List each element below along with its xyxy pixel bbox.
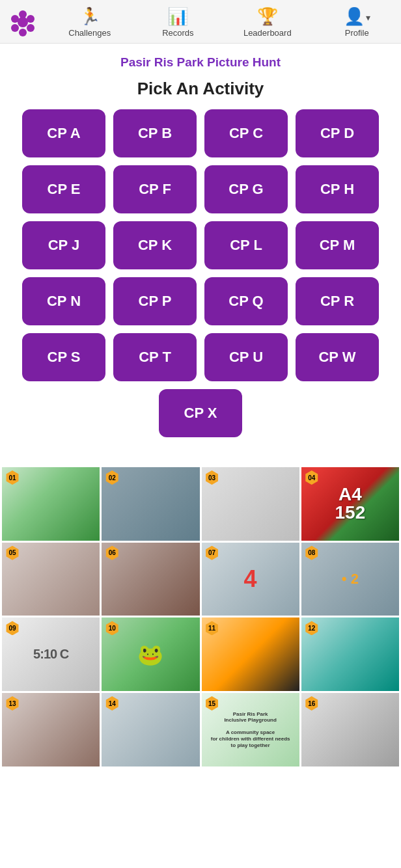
cp-button-cpe[interactable]: CP E (22, 165, 105, 213)
cp-button-cpt[interactable]: CP T (113, 333, 197, 381)
image-badge-14: 14 (105, 696, 119, 711)
image-cell-01[interactable]: 01 (2, 467, 100, 541)
image-badge-13: 13 (5, 696, 20, 711)
image-cell-05[interactable]: 05 (2, 543, 100, 616)
image-cell-12[interactable]: 12 (301, 617, 399, 691)
profile-label: Profile (345, 28, 369, 38)
image-badge-06: 06 (105, 546, 119, 560)
leaderboard-label: Leaderboard (243, 28, 292, 38)
image-cell-06[interactable]: 06 (102, 543, 199, 616)
running-icon: 🏃 (79, 7, 100, 27)
app-logo[interactable] (0, 8, 46, 36)
cp-button-cpa[interactable]: CP A (22, 109, 105, 157)
nav-items: 🏃 Challenges 📊 Records 🏆 Leaderboard 👤 ▾… (46, 7, 401, 38)
cp-button-cpq[interactable]: CP Q (204, 277, 288, 325)
nav-leaderboard[interactable]: 🏆 Leaderboard (243, 7, 292, 38)
image-badge-11: 11 (205, 621, 219, 635)
cp-button-cpd[interactable]: CP D (296, 109, 379, 157)
image-cell-03[interactable]: 03 (202, 467, 299, 541)
image-cell-09[interactable]: 095:10 C (2, 617, 100, 691)
cp-button-cpl[interactable]: CP L (204, 221, 288, 269)
svg-point-4 (11, 24, 19, 32)
image-cell-08[interactable]: 08• 2 (301, 543, 399, 616)
cp-button-cpn[interactable]: CP N (22, 277, 105, 325)
cp-button-cpm[interactable]: CP M (296, 221, 379, 269)
profile-dropdown-arrow: ▾ (366, 12, 370, 23)
image-cell-15[interactable]: 15Pasir Ris ParkInclusive PlaygroundA co… (202, 693, 299, 766)
challenges-label: Challenges (68, 28, 111, 38)
nav-records[interactable]: 📊 Records (155, 7, 200, 38)
image-badge-02: 02 (105, 470, 119, 485)
image-badge-12: 12 (305, 621, 319, 635)
cp-button-cpw[interactable]: CP W (296, 333, 379, 381)
trophy-icon: 🏆 (257, 7, 278, 27)
image-badge-01: 01 (5, 470, 20, 485)
image-cell-07[interactable]: 074 (202, 543, 299, 616)
image-cell-10[interactable]: 10🐸 (102, 617, 199, 691)
svg-point-2 (27, 24, 35, 32)
cp-button-cpr[interactable]: CP R (296, 277, 379, 325)
nav-challenges[interactable]: 🏃 Challenges (67, 7, 113, 38)
image-cell-11[interactable]: 11 (202, 617, 299, 691)
cp-button-cpb[interactable]: CP B (113, 109, 197, 157)
checkpoint-grid: CP ACP BCP CCP DCP ECP FCP GCP HCP JCP K… (0, 109, 401, 448)
image-cell-13[interactable]: 13 (2, 693, 100, 766)
image-badge-05: 05 (5, 546, 20, 560)
cp-button-cpu[interactable]: CP U (204, 333, 288, 381)
svg-point-3 (19, 29, 27, 36)
cp-button-cpx[interactable]: CP X (159, 389, 242, 437)
activity-header: Pick An Activity (0, 72, 401, 109)
records-icon: 📊 (167, 7, 188, 27)
image-badge-16: 16 (305, 696, 319, 711)
image-cell-14[interactable]: 14 (102, 693, 199, 766)
cp-button-cph[interactable]: CP H (296, 165, 379, 213)
cp-button-cpf[interactable]: CP F (113, 165, 197, 213)
image-badge-03: 03 (205, 470, 219, 485)
image-cell-02[interactable]: 02 (102, 467, 199, 541)
cp-button-cpc[interactable]: CP C (204, 109, 288, 157)
image-grid: 01020304A4152050607408• 2095:10 C10🐸1112… (0, 467, 401, 766)
nav-profile[interactable]: 👤 ▾ Profile (334, 7, 380, 38)
profile-icon: 👤 (344, 7, 365, 27)
cp-button-cps[interactable]: CP S (22, 333, 105, 381)
top-navigation: 🏃 Challenges 📊 Records 🏆 Leaderboard 👤 ▾… (0, 0, 401, 44)
image-cell-16[interactable]: 16 (301, 693, 399, 766)
image-cell-04[interactable]: 04A4152 (301, 467, 399, 541)
cp-button-cpp[interactable]: CP P (113, 277, 197, 325)
cp-button-cpk[interactable]: CP K (113, 221, 197, 269)
svg-point-6 (18, 17, 28, 27)
records-label: Records (162, 28, 193, 38)
page-title: Pasir Ris Park Picture Hunt (0, 44, 401, 72)
cp-button-cpj[interactable]: CP J (22, 221, 105, 269)
cp-button-cpg[interactable]: CP G (204, 165, 288, 213)
